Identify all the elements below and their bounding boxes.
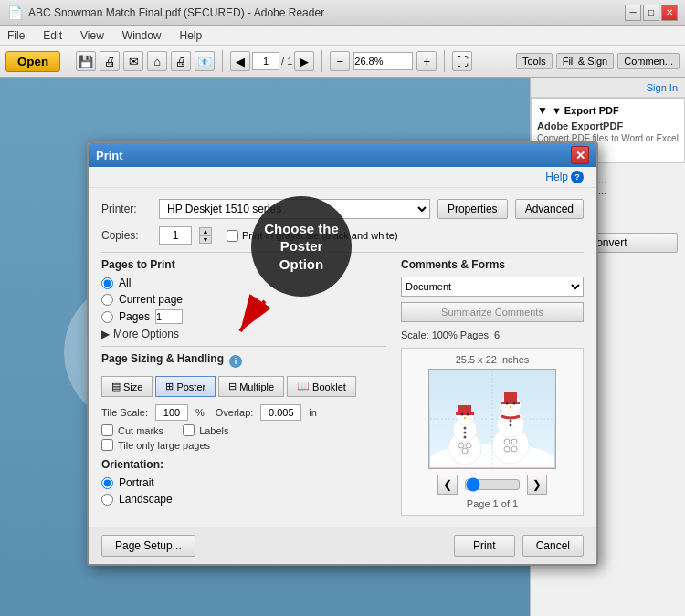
title-bar-controls: ─ □ ✕ [625, 5, 678, 21]
divider-2 [101, 346, 386, 347]
advanced-button[interactable]: Advanced [515, 199, 584, 219]
fill-sign-button[interactable]: Fill & Sign [556, 53, 615, 69]
dialog-title: Print [96, 149, 123, 162]
page-setup-button[interactable]: Page Setup... [101, 535, 195, 557]
next-page-icon[interactable]: ▶ [294, 51, 314, 71]
poster-icon: ⊞ [165, 381, 174, 392]
copies-up[interactable]: ▲ [199, 227, 212, 235]
bottom-right-buttons: Print Cancel [454, 535, 584, 557]
landscape-radio[interactable] [101, 494, 113, 506]
svg-rect-23 [501, 402, 520, 404]
maximize-button[interactable]: □ [643, 5, 659, 21]
svg-point-12 [464, 417, 466, 419]
dialog-left: Pages to Print All Current page Pages ▶ … [101, 258, 386, 516]
current-page-radio[interactable] [101, 294, 113, 306]
help-label: Help [545, 171, 568, 183]
page-navigation: ◀ / 1 ▶ [230, 51, 314, 71]
help-icon: ? [571, 171, 584, 183]
sign-in-link[interactable]: Sign In [647, 82, 678, 93]
preview-slider[interactable] [465, 479, 520, 490]
tile-large-checkbox[interactable] [101, 439, 113, 451]
open-button[interactable]: Open [5, 51, 60, 72]
booklet-button[interactable]: 📖 Booklet [287, 376, 356, 397]
booklet-icon: 📖 [297, 381, 310, 392]
portrait-radio[interactable] [101, 477, 113, 489]
menu-window[interactable]: Window [119, 27, 165, 44]
tools-button[interactable]: Tools [516, 53, 553, 69]
landscape-row: Landscape [101, 493, 386, 506]
preview-prev-button[interactable]: ❮ [437, 475, 458, 495]
divider-1 [101, 252, 584, 253]
zoom-fit-icon[interactable]: ⛶ [452, 51, 472, 71]
envelope-icon[interactable]: 📧 [195, 51, 215, 71]
minimize-button[interactable]: ─ [625, 5, 641, 21]
svg-point-13 [464, 427, 467, 430]
help-row: Help ? [89, 167, 596, 188]
printer-select[interactable]: HP Deskjet 1510 series [159, 199, 430, 219]
dialog-bottom: Page Setup... Print Cancel [89, 527, 596, 564]
print2-icon[interactable]: 🖨 [171, 51, 191, 71]
info-icon[interactable]: i [229, 355, 242, 368]
menu-help[interactable]: Help [176, 27, 206, 44]
pages-input[interactable] [155, 309, 183, 324]
overlap-input[interactable] [260, 404, 301, 421]
print-icon[interactable]: 🖨 [100, 51, 120, 71]
comments-forms-title: Comments & Forms [401, 258, 584, 271]
page-number-input[interactable] [252, 52, 279, 70]
menu-edit[interactable]: Edit [39, 27, 66, 44]
tile-scale-input[interactable] [155, 404, 188, 421]
labels-checkbox[interactable] [183, 424, 195, 436]
properties-button[interactable]: Properties [437, 199, 508, 219]
cf-select[interactable]: Document [401, 277, 584, 297]
save-icon[interactable]: 💾 [76, 51, 96, 71]
toolbar-sep-1 [68, 50, 68, 72]
poster-button[interactable]: ⊞ Poster [155, 376, 216, 397]
toolbar-sep-4 [444, 50, 445, 72]
summarize-button[interactable]: Summarize Comments [401, 302, 584, 322]
svg-point-27 [510, 420, 512, 423]
more-options-arrow: ▶ [101, 328, 110, 340]
copies-spinner[interactable]: ▲ ▼ [199, 227, 212, 244]
svg-point-10 [461, 413, 464, 416]
all-radio[interactable] [101, 277, 113, 289]
multiple-icon: ⊟ [228, 381, 237, 392]
zoom-in-icon[interactable]: + [416, 51, 437, 71]
zoom-out-icon[interactable]: − [330, 51, 350, 71]
prev-page-icon[interactable]: ◀ [230, 51, 250, 71]
preview-image [428, 369, 556, 469]
preview-next-button[interactable]: ❯ [527, 475, 547, 495]
comment-button[interactable]: Commen... [617, 53, 680, 69]
app-icon: 📄 [7, 5, 23, 20]
email-icon[interactable]: ✉ [123, 51, 143, 71]
help-link[interactable]: Help ? [545, 171, 584, 183]
svg-point-11 [467, 413, 469, 416]
dialog-close-button[interactable]: ✕ [571, 146, 589, 164]
more-options[interactable]: ▶ More Options [101, 328, 386, 340]
copies-down[interactable]: ▼ [199, 235, 212, 244]
toolbar-sep-2 [222, 50, 223, 72]
cut-marks-checkbox[interactable] [101, 424, 113, 436]
size-button[interactable]: ▤ Size [101, 376, 153, 397]
dialog-two-col: Pages to Print All Current page Pages ▶ … [101, 258, 584, 516]
tile-scale-unit: % [195, 407, 205, 418]
pages-radio[interactable] [101, 311, 113, 323]
grayscale-checkbox[interactable] [227, 230, 238, 242]
page-total-label: / 1 [281, 56, 292, 67]
copies-input[interactable] [159, 226, 192, 245]
tile-scale-row: Tile Scale: % Overlap: in [101, 404, 386, 421]
menu-bar: File Edit View Window Help [0, 26, 685, 46]
multiple-button[interactable]: ⊟ Multiple [218, 376, 284, 397]
zoom-input[interactable] [353, 52, 413, 70]
portrait-row: Portrait [101, 476, 386, 489]
size-icon: ▤ [111, 381, 121, 392]
cancel-button[interactable]: Cancel [522, 535, 584, 557]
menu-file[interactable]: File [4, 27, 28, 44]
current-page-radio-row: Current page [101, 293, 386, 306]
dialog-body: Printer: HP Deskjet 1510 series Properti… [89, 188, 596, 527]
preview-area: 25.5 x 22 Inches [401, 348, 584, 516]
home-icon[interactable]: ⌂ [147, 51, 167, 71]
svg-point-26 [510, 406, 511, 408]
close-button[interactable]: ✕ [661, 5, 678, 21]
menu-view[interactable]: View [77, 27, 108, 44]
print-button[interactable]: Print [454, 535, 515, 557]
